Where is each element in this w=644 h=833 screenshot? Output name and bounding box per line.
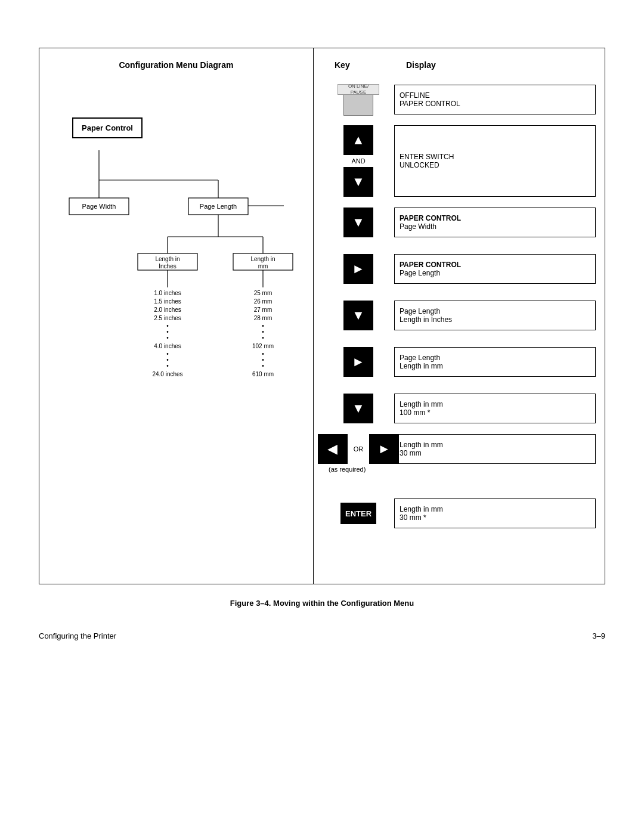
key-enter: ENTER (323, 503, 394, 524)
page-footer: Configuring the Printer 3–9 (39, 631, 605, 640)
kd-row-100mm: ▼ Length in mm 100 mm * (323, 388, 596, 429)
svg-text:1.5 inches: 1.5 inches (154, 298, 181, 305)
down-arrow-pagewidth[interactable]: ▼ (343, 208, 373, 237)
svg-text:2.0 inches: 2.0 inches (154, 306, 181, 313)
display-line1: ENTER SWITCH (400, 153, 454, 161)
display-100mm: Length in mm 100 mm * (394, 394, 596, 423)
svg-text:•: • (262, 363, 264, 369)
svg-text:Page Length: Page Length (200, 203, 237, 210)
svg-text:Page Width: Page Width (82, 203, 116, 210)
svg-text:1.0 inches: 1.0 inches (154, 290, 181, 296)
kd-row-enter: ENTER Length in mm 30 mm * (323, 493, 596, 534)
and-label: AND (351, 157, 365, 165)
display-enter-switch: ENTER SWITCH UNLOCKED (394, 125, 596, 197)
svg-text:28 mm: 28 mm (254, 315, 273, 321)
display-line2: PAPER CONTROL (400, 100, 460, 108)
display-30mm: Length in mm 30 mm (394, 434, 596, 464)
up-arrow-button[interactable]: ▲ (343, 125, 373, 155)
display-line2: Page Width (400, 222, 461, 231)
display-line1: Page Length (400, 307, 452, 315)
enter-button[interactable]: ENTER (340, 503, 376, 524)
left-panel: Configuration Menu Diagram Paper Control (39, 48, 314, 584)
display-line2: Page Length (400, 269, 461, 277)
display-line1: Length in mm (400, 505, 443, 513)
key-up-down: ▲ AND ▼ (323, 125, 394, 197)
svg-text:•: • (166, 363, 169, 369)
tree-diagram: Page Width Page Length (51, 138, 302, 436)
diagram-container: Configuration Menu Diagram Paper Control (39, 48, 605, 584)
right-panel-header: Key Display (323, 60, 596, 70)
right-panel: Key Display ON LINE/PAUSE OFFLINE (314, 48, 605, 584)
display-line1: PAPER CONTROL (400, 261, 461, 269)
key-down-pagewidth: ▼ (323, 208, 394, 237)
col-display-header: Display (406, 60, 436, 70)
figure-caption: Figure 3–4. Moving within the Configurat… (230, 599, 414, 608)
tree-area: Paper Control (51, 88, 301, 444)
display-length-inches-text: Page Length Length in Inches (400, 307, 452, 324)
svg-text:Inches: Inches (159, 263, 176, 270)
right-arrow-length-mm[interactable]: ► (343, 347, 373, 377)
display-line1: Page Length (400, 354, 443, 362)
svg-text:27 mm: 27 mm (254, 306, 273, 313)
svg-text:Length in: Length in (250, 256, 275, 262)
display-line2: Length in Inches (400, 315, 452, 324)
footer-right: 3–9 (592, 631, 605, 640)
online-key-top: ON LINE/PAUSE (338, 84, 379, 95)
online-key-label: ON LINE/PAUSE (348, 83, 369, 95)
svg-text:610 mm: 610 mm (252, 371, 274, 377)
down-arrow-100mm[interactable]: ▼ (343, 394, 373, 423)
as-required-label: (as required) (329, 466, 366, 473)
display-100mm-text: Length in mm 100 mm * (400, 400, 443, 417)
enter-label: ENTER (345, 509, 371, 518)
display-line1: PAPER CONTROL (400, 214, 461, 222)
key-down-length-inches: ▼ (323, 301, 394, 330)
down-arrow-length-inches[interactable]: ▼ (343, 301, 373, 330)
svg-text:Length in: Length in (155, 256, 179, 262)
kd-row-page-width: ▼ PAPER CONTROL Page Width (323, 202, 596, 243)
svg-text:mm: mm (258, 263, 268, 270)
display-line1: Length in mm (400, 441, 443, 449)
double-arrow-group: ◀ OR ► (318, 434, 400, 464)
paper-control-box: Paper Control (72, 117, 143, 138)
key-right-length-mm: ► (323, 347, 394, 377)
kd-row-30mm: ◀ OR ► Length in mm 30 mm (as required) (323, 434, 596, 488)
kd-row-length-inches: ▼ Page Length Length in Inches (323, 295, 596, 336)
online-key-body (343, 95, 373, 116)
footer-left: Configuring the Printer (39, 631, 116, 640)
svg-text:•: • (166, 335, 169, 341)
svg-text:25 mm: 25 mm (254, 290, 273, 296)
key-online-pause: ON LINE/PAUSE (323, 84, 394, 116)
key-left-or-right: ◀ OR ► (323, 434, 394, 464)
display-page-length: PAPER CONTROL Page Length (394, 254, 596, 284)
down-arrow-button-and[interactable]: ▼ (343, 167, 373, 197)
kd-row-length-mm: ► Page Length Length in mm (323, 341, 596, 383)
col-key-header: Key (335, 60, 406, 70)
svg-text:4.0 inches: 4.0 inches (154, 343, 181, 349)
display-line2: 30 mm * (400, 513, 443, 522)
key-right-pagelength: ► (323, 254, 394, 284)
svg-text:102 mm: 102 mm (252, 343, 274, 349)
display-length-mm: Page Length Length in mm (394, 347, 596, 377)
display-page-width: PAPER CONTROL Page Width (394, 208, 596, 237)
display-length-mm-text: Page Length Length in mm (400, 354, 443, 370)
svg-text:26 mm: 26 mm (254, 298, 273, 305)
display-page-length-text: PAPER CONTROL Page Length (400, 261, 461, 277)
display-line1: Length in mm (400, 400, 443, 408)
display-30mm-star-text: Length in mm 30 mm * (400, 505, 443, 522)
display-length-inches: Page Length Length in Inches (394, 301, 596, 330)
display-30mm-text: Length in mm 30 mm (400, 441, 443, 457)
display-enter-switch-text: ENTER SWITCH UNLOCKED (400, 153, 454, 169)
right-arrow-pagelength[interactable]: ► (343, 254, 373, 284)
kd-row-up-down: ▲ AND ▼ ENTER SWITCH UNLOCKED (323, 125, 596, 197)
display-line2: 30 mm (400, 449, 443, 457)
kd-row-page-length: ► PAPER CONTROL Page Length (323, 248, 596, 290)
display-line2: UNLOCKED (400, 161, 454, 169)
or-label: OR (354, 445, 364, 453)
key-down-100mm: ▼ (323, 394, 394, 423)
page-wrapper: Configuration Menu Diagram Paper Control (0, 0, 644, 833)
display-line2: Length in mm (400, 362, 443, 370)
display-offline: OFFLINE PAPER CONTROL (394, 85, 596, 114)
display-page-width-text: PAPER CONTROL Page Width (400, 214, 461, 231)
svg-text:2.5 inches: 2.5 inches (154, 315, 181, 321)
left-arrow-button[interactable]: ◀ (318, 434, 348, 464)
